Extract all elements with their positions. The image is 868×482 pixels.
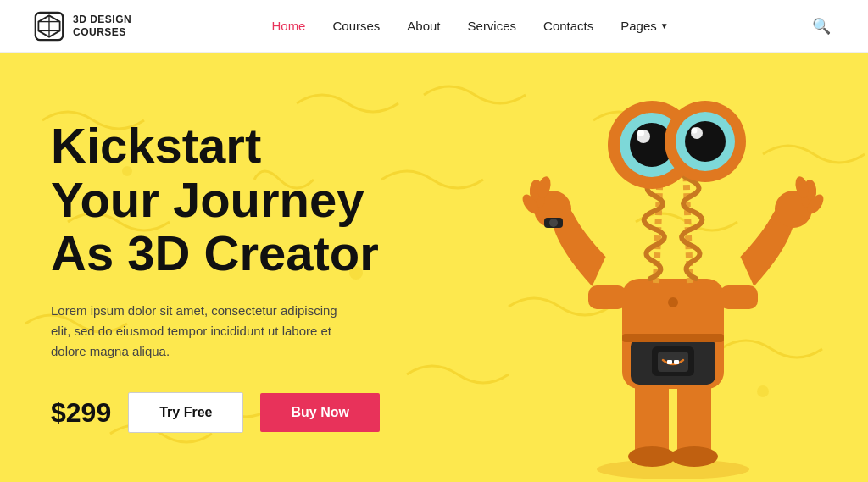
svg-rect-28 [720, 285, 758, 309]
navbar: 3D DESIGN COURSES Home Courses About Ser… [0, 0, 868, 53]
svg-rect-19 [622, 334, 724, 342]
search-button[interactable]: 🔍 [809, 14, 834, 39]
svg-point-12 [670, 446, 718, 467]
svg-point-27 [549, 219, 558, 227]
svg-point-40 [637, 130, 644, 136]
search-icon: 🔍 [812, 18, 831, 35]
nav-home[interactable]: Home [271, 19, 305, 33]
logo-icon [34, 11, 64, 42]
try-free-button[interactable]: Try Free [128, 392, 243, 433]
svg-rect-20 [588, 285, 626, 309]
nav-courses[interactable]: Courses [332, 19, 380, 33]
hero-cta: $299 Try Free Buy Now [51, 392, 443, 433]
hero-right [477, 53, 868, 482]
svg-rect-10 [677, 380, 711, 457]
hero-description: Lorem ipsum dolor sit amet, consectetur … [51, 301, 356, 362]
nav-services[interactable]: Services [468, 19, 517, 33]
hero-section: Kickstart Your Journey As 3D Creator Lor… [0, 53, 868, 482]
svg-point-45 [691, 128, 697, 134]
hero-title: Kickstart Your Journey As 3D Creator [51, 119, 443, 280]
svg-rect-17 [667, 360, 672, 364]
nav-pages-dropdown[interactable]: Pages ▼ [620, 19, 668, 33]
chevron-down-icon: ▼ [660, 21, 669, 30]
nav-about[interactable]: About [407, 19, 440, 33]
svg-point-8 [597, 459, 749, 479]
svg-rect-16 [658, 352, 688, 372]
svg-point-11 [628, 446, 676, 467]
nav-pages[interactable]: Pages [620, 19, 657, 33]
svg-rect-9 [635, 380, 669, 457]
nav-contacts[interactable]: Contacts [543, 19, 593, 33]
hero-character [512, 75, 834, 482]
svg-point-43 [685, 121, 726, 162]
buy-now-button[interactable]: Buy Now [260, 393, 379, 432]
svg-point-46 [668, 297, 678, 307]
logo[interactable]: 3D DESIGN COURSES [34, 11, 131, 42]
hero-left: Kickstart Your Journey As 3D Creator Lor… [0, 53, 477, 482]
svg-rect-18 [674, 360, 679, 364]
logo-text: 3D DESIGN COURSES [73, 14, 131, 38]
nav-links: Home Courses About Services Contacts Pag… [271, 19, 668, 34]
price-tag: $299 [51, 397, 111, 429]
